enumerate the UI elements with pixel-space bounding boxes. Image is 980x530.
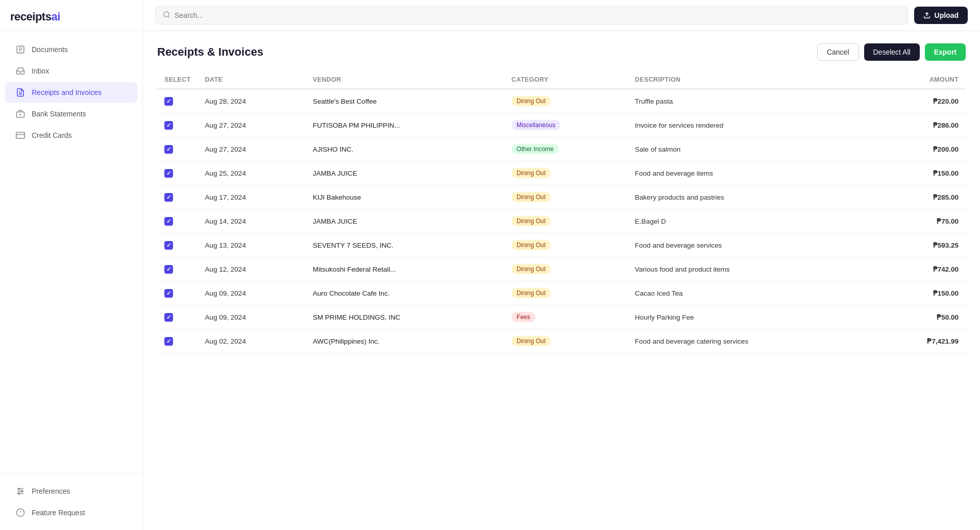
row-vendor-1: FUTISOBA PM PHILIPPIN... xyxy=(306,113,504,137)
page-header: Receipts & Invoices Cancel Deselect All … xyxy=(157,43,966,61)
sidebar-item-feature-request[interactable]: Feature Request xyxy=(5,502,137,523)
row-amount-10: ₱7,421.99 xyxy=(876,329,966,353)
row-category-7: Dining Out xyxy=(504,257,628,281)
table-row: Aug 14, 2024 JAMBA JUICE Dining Out E.Ba… xyxy=(157,209,966,233)
row-checkbox-5[interactable] xyxy=(164,217,173,226)
row-checkbox-0[interactable] xyxy=(164,97,173,106)
table-row: Aug 25, 2024 JAMBA JUICE Dining Out Food… xyxy=(157,161,966,185)
table-row: Aug 28, 2024 Seattle's Best Coffee Dinin… xyxy=(157,89,966,113)
sidebar-bottom: Preferences Feature Request xyxy=(0,473,142,530)
row-amount-5: ₱75.00 xyxy=(876,209,966,233)
row-checkbox-4[interactable] xyxy=(164,193,173,202)
search-input[interactable] xyxy=(175,11,900,19)
svg-point-12 xyxy=(21,491,23,492)
search-icon xyxy=(163,11,170,20)
receipts-table: Select Date Vendor Category Description … xyxy=(157,71,966,353)
inbox-icon xyxy=(15,66,26,76)
header-actions: Cancel Deselect All Export xyxy=(817,43,966,61)
row-checkbox-cell-8 xyxy=(157,281,198,305)
row-checkbox-cell-2 xyxy=(157,137,198,161)
row-date-7: Aug 12, 2024 xyxy=(198,257,306,281)
row-date-6: Aug 13, 2024 xyxy=(198,233,306,257)
col-description: Description xyxy=(628,71,877,89)
row-amount-4: ₱285.00 xyxy=(876,185,966,209)
feature-request-icon xyxy=(15,508,26,518)
sidebar-item-preferences-label: Preferences xyxy=(32,487,70,495)
row-vendor-2: AJISHO INC. xyxy=(306,137,504,161)
row-checkbox-cell-6 xyxy=(157,233,198,257)
table-header-row: Select Date Vendor Category Description … xyxy=(157,71,966,89)
row-vendor-9: SM PRIME HOLDINGS, INC xyxy=(306,305,504,329)
row-vendor-6: SEVENTY 7 SEEDS, INC. xyxy=(306,233,504,257)
row-checkbox-9[interactable] xyxy=(164,313,173,322)
table-row: Aug 13, 2024 SEVENTY 7 SEEDS, INC. Dinin… xyxy=(157,233,966,257)
cancel-button[interactable]: Cancel xyxy=(817,43,859,61)
row-description-4: Bakery products and pastries xyxy=(628,185,877,209)
logo: receiptsai xyxy=(10,10,60,23)
row-description-5: E.Bagel D xyxy=(628,209,877,233)
row-description-9: Hourly Parking Fee xyxy=(628,305,877,329)
row-description-10: Food and beverage catering services xyxy=(628,329,877,353)
row-amount-0: ₱220.00 xyxy=(876,89,966,113)
page-title: Receipts & Invoices xyxy=(157,45,263,59)
row-checkbox-cell-4 xyxy=(157,185,198,209)
logo-receipts: receipts xyxy=(10,10,51,23)
row-checkbox-6[interactable] xyxy=(164,241,173,250)
upload-button[interactable]: Upload xyxy=(914,7,968,24)
row-checkbox-cell-3 xyxy=(157,161,198,185)
col-category: Category xyxy=(504,71,628,89)
sidebar-item-receipts[interactable]: Receipts and Invoices xyxy=(5,82,137,103)
sidebar-item-bank[interactable]: Bank Statements xyxy=(5,104,137,124)
row-checkbox-10[interactable] xyxy=(164,337,173,346)
sidebar: receiptsai Documents Inbox Receipts and … xyxy=(0,0,143,530)
main-content: Upload Receipts & Invoices Cancel Desele… xyxy=(143,0,980,530)
row-date-5: Aug 14, 2024 xyxy=(198,209,306,233)
sidebar-item-inbox-label: Inbox xyxy=(32,67,49,75)
row-date-4: Aug 17, 2024 xyxy=(198,185,306,209)
row-category-9: Fees xyxy=(504,305,628,329)
row-category-6: Dining Out xyxy=(504,233,628,257)
sidebar-item-inbox[interactable]: Inbox xyxy=(5,61,137,81)
row-description-7: Various food and product items xyxy=(628,257,877,281)
sidebar-item-documents-label: Documents xyxy=(32,45,68,54)
row-checkbox-7[interactable] xyxy=(164,265,173,274)
table-row: Aug 17, 2024 KIJI Bakehouse Dining Out B… xyxy=(157,185,966,209)
sidebar-item-documents[interactable]: Documents xyxy=(5,39,137,60)
table-row: Aug 09, 2024 SM PRIME HOLDINGS, INC Fees… xyxy=(157,305,966,329)
sidebar-item-credit-cards[interactable]: Credit Cards xyxy=(5,125,137,146)
sidebar-item-credit-label: Credit Cards xyxy=(32,131,72,139)
row-vendor-4: KIJI Bakehouse xyxy=(306,185,504,209)
row-description-8: Cacao Iced Tea xyxy=(628,281,877,305)
row-checkbox-1[interactable] xyxy=(164,121,173,130)
table-row: Aug 02, 2024 AWC(Philippines) Inc. Dinin… xyxy=(157,329,966,353)
deselect-all-button[interactable]: Deselect All xyxy=(864,43,920,61)
row-vendor-8: Auro Chocolate Cafe Inc. xyxy=(306,281,504,305)
export-button[interactable]: Export xyxy=(925,43,966,61)
row-date-10: Aug 02, 2024 xyxy=(198,329,306,353)
col-select: Select xyxy=(157,71,198,89)
search-wrapper xyxy=(155,6,908,25)
credit-card-icon xyxy=(15,130,26,140)
row-description-2: Sale of salmon xyxy=(628,137,877,161)
row-checkbox-8[interactable] xyxy=(164,289,173,298)
row-date-3: Aug 25, 2024 xyxy=(198,161,306,185)
row-date-2: Aug 27, 2024 xyxy=(198,137,306,161)
row-checkbox-cell-9 xyxy=(157,305,198,329)
sidebar-item-feature-label: Feature Request xyxy=(32,509,85,517)
row-amount-1: ₱286.00 xyxy=(876,113,966,137)
row-checkbox-3[interactable] xyxy=(164,169,173,178)
row-date-1: Aug 27, 2024 xyxy=(198,113,306,137)
row-vendor-0: Seattle's Best Coffee xyxy=(306,89,504,113)
svg-point-13 xyxy=(18,493,20,494)
row-category-4: Dining Out xyxy=(504,185,628,209)
sidebar-item-preferences[interactable]: Preferences xyxy=(5,481,137,501)
sidebar-nav: Documents Inbox Receipts and Invoices Ba… xyxy=(0,32,142,473)
table-row: Aug 12, 2024 Mitsukoshi Federal Retail..… xyxy=(157,257,966,281)
col-amount: Amount xyxy=(876,71,966,89)
row-checkbox-cell-10 xyxy=(157,329,198,353)
preferences-icon xyxy=(15,486,26,496)
row-amount-7: ₱742.00 xyxy=(876,257,966,281)
col-date: Date xyxy=(198,71,306,89)
row-amount-6: ₱593.25 xyxy=(876,233,966,257)
row-checkbox-2[interactable] xyxy=(164,145,173,154)
